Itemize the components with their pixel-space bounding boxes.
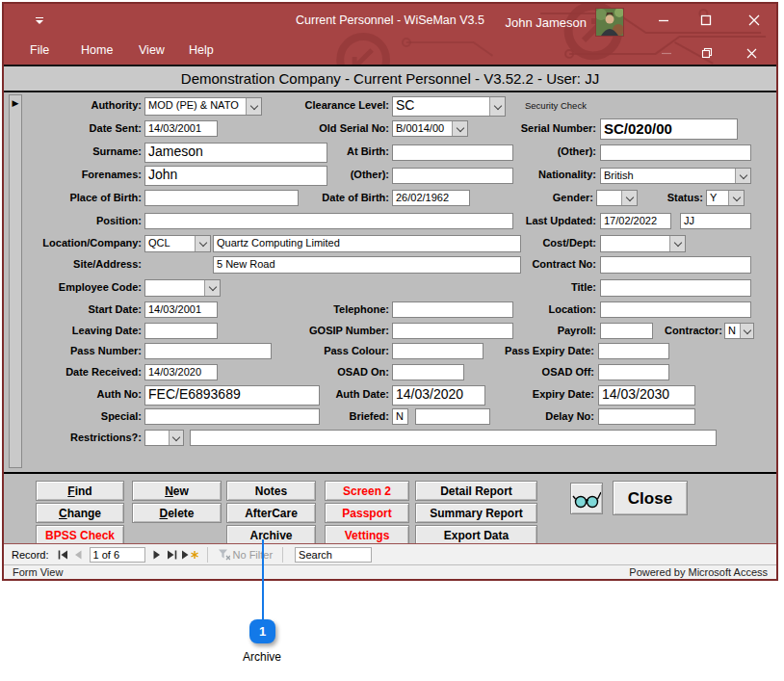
find-button[interactable]: Find (36, 481, 124, 501)
next-record-icon (152, 550, 162, 560)
position-input[interactable] (144, 213, 513, 229)
minimize-icon (662, 48, 671, 58)
briefed-extra-input[interactable] (415, 408, 490, 425)
date-sent-input[interactable]: 14/03/2001 (144, 120, 218, 137)
pass-colour-input[interactable] (392, 343, 483, 359)
auth-date-input[interactable]: 14/03/2020 (392, 385, 485, 406)
site-address-input[interactable]: 5 New Road (213, 256, 521, 274)
minimize-child-button[interactable] (655, 44, 678, 62)
maximize-icon (700, 14, 712, 26)
authority-label: Authority: (12, 99, 142, 111)
cost-dept-select[interactable] (600, 235, 686, 252)
expiry-date-input[interactable]: 14/03/2030 (598, 385, 695, 406)
pass-expiry-date-input[interactable] (598, 343, 669, 359)
gender-select[interactable] (596, 190, 638, 206)
date-received-input[interactable]: 14/03/2020 (144, 364, 218, 380)
first-record-icon (57, 550, 68, 560)
leaving-date-input[interactable] (144, 323, 218, 339)
menu-view[interactable]: View (139, 43, 165, 61)
delay-no-input[interactable] (598, 408, 695, 425)
position-label: Position: (12, 215, 142, 226)
next-record-button[interactable] (149, 547, 165, 563)
title-bar: Current Personnel - WiSeMan V3.5 John Ja… (4, 4, 776, 65)
title-input[interactable] (600, 279, 751, 297)
close-child-button[interactable] (740, 44, 763, 62)
notes-button[interactable]: Notes (226, 481, 316, 501)
contractor-select[interactable]: N (724, 323, 754, 339)
avatar[interactable] (595, 8, 624, 37)
search-input[interactable]: Search (295, 547, 372, 563)
restrictions-text-input[interactable] (190, 430, 717, 446)
briefed-input[interactable]: N (392, 408, 408, 425)
site-address-label: Site/Address: (12, 258, 142, 270)
first-record-button[interactable] (55, 547, 70, 563)
employee-code-select[interactable] (144, 279, 221, 297)
spectacles-button[interactable] (570, 483, 603, 514)
aftercare-button[interactable]: AfterCare (226, 503, 316, 523)
no-filter-indicator[interactable]: No Filter (218, 548, 274, 561)
minimize-button[interactable] (649, 10, 678, 31)
dropdown-arrow-icon (728, 191, 744, 205)
status-select[interactable]: Y (706, 190, 745, 206)
serial-number-input[interactable]: SC/020/00 (600, 118, 738, 140)
nationality-select[interactable]: British (600, 168, 751, 184)
close-form-button[interactable]: Close (613, 481, 688, 515)
place-of-birth-label: Place of Birth: (12, 192, 142, 203)
close-window-button[interactable] (740, 10, 769, 31)
location-company-code-value: QCL (148, 237, 170, 249)
maximize-button[interactable] (692, 10, 720, 31)
contract-no-input[interactable] (600, 256, 751, 274)
dropdown-arrow-icon (489, 97, 505, 116)
nationality-label: Nationality: (481, 169, 596, 180)
last-updated-input[interactable]: 17/02/2022 (600, 213, 671, 229)
osad-on-input[interactable] (392, 364, 464, 380)
previous-record-button[interactable] (70, 547, 86, 563)
passport-button[interactable]: Passport (325, 503, 409, 523)
quick-access-toolbar-icon[interactable] (35, 17, 44, 24)
record-position-box[interactable]: 1 of 6 (90, 547, 145, 563)
form-title: Demonstration Company - Current Personne… (181, 70, 599, 87)
new-record-button[interactable] (180, 547, 201, 563)
authority-select[interactable]: MOD (PE) & NATO (144, 97, 262, 116)
location-company-name-input[interactable]: Quartz Computing Limited (213, 235, 521, 252)
screen2-button[interactable]: Screen 2 (325, 481, 409, 501)
account-name[interactable]: John Jameson (505, 15, 587, 30)
menu-home[interactable]: Home (81, 43, 113, 61)
new-button[interactable]: New (132, 481, 222, 501)
menu-file[interactable]: File (30, 43, 49, 61)
export-data-button[interactable]: Export Data (415, 525, 537, 545)
last-updated-initials-input[interactable]: JJ (680, 213, 751, 229)
menu-help[interactable]: Help (189, 43, 214, 61)
location-input[interactable] (600, 301, 751, 318)
vettings-button[interactable]: Vettings (325, 525, 409, 545)
surname-other-input[interactable] (600, 144, 751, 161)
location-company-code-select[interactable]: QCL (144, 235, 211, 252)
dropdown-arrow-icon (669, 236, 685, 251)
start-date-input[interactable]: 14/03/2001 (144, 301, 218, 318)
delete-button[interactable]: Delete (132, 503, 222, 523)
last-record-button[interactable] (165, 547, 180, 563)
restrictions-select[interactable] (144, 430, 184, 446)
contractor-value: N (728, 325, 736, 336)
payroll-input[interactable] (600, 323, 653, 339)
osad-off-input[interactable] (598, 364, 669, 380)
restore-child-button[interactable] (695, 44, 719, 62)
date-received-label: Date Received: (12, 366, 142, 378)
summary-report-button[interactable]: Summary Report (415, 503, 537, 523)
clearance-level-select[interactable]: SC (392, 96, 506, 117)
new-record-icon (181, 550, 199, 560)
payroll-label: Payroll: (481, 325, 596, 336)
special-input[interactable] (144, 408, 320, 425)
clearance-level-label: Clearance Level: (274, 99, 389, 111)
date-of-birth-input[interactable]: 26/02/1962 (392, 190, 470, 206)
change-button[interactable]: Change (36, 503, 124, 523)
archive-button[interactable]: Archive (226, 525, 316, 545)
dropdown-arrow-icon (246, 98, 261, 115)
detail-report-button[interactable]: Detail Report (415, 481, 537, 501)
gosip-number-label: GOSIP Number: (274, 325, 389, 336)
bpss-check-button[interactable]: BPSS Check (36, 525, 124, 545)
form-header: Demonstration Company - Current Personne… (4, 65, 776, 92)
surname-label: Surname: (12, 145, 142, 157)
pass-number-input[interactable] (144, 343, 272, 359)
old-serial-no-select[interactable]: B/0014/00 (392, 120, 468, 137)
